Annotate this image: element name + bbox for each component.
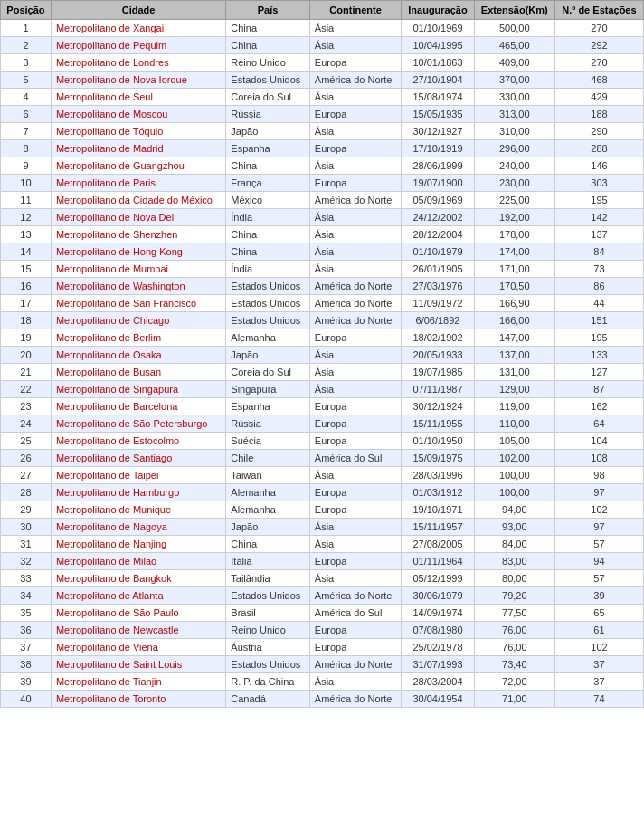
cidade-link[interactable]: Metropolitano de Guangzhou: [56, 160, 185, 171]
cidade-link[interactable]: Metropolitano de São Paulo: [56, 607, 179, 618]
cidade-link[interactable]: Metropolitano de Munique: [56, 504, 171, 515]
col-continente: Continente: [309, 1, 402, 20]
cell-cidade[interactable]: Metropolitano de Atlanta: [51, 587, 225, 605]
cidade-link[interactable]: Metropolitano de Londres: [56, 57, 169, 68]
cell-cidade[interactable]: Metropolitano de Taipei: [51, 467, 225, 484]
cell-cidade[interactable]: Metropolitano de Nova Deli: [51, 209, 225, 226]
cell-cidade[interactable]: Metropolitano de Madrid: [51, 140, 225, 157]
cell-cidade[interactable]: Metropolitano de Hamburgo: [51, 484, 225, 501]
cell-cidade[interactable]: Metropolitano de Tianjin: [51, 673, 225, 691]
cell-pais: França: [226, 175, 310, 192]
cell-continente: Ásia: [309, 519, 402, 536]
cell-cidade[interactable]: Metropolitano de Viena: [51, 639, 225, 656]
cell-cidade[interactable]: Metropolitano de Munique: [51, 501, 225, 519]
cidade-link[interactable]: Metropolitano de Xangai: [56, 23, 164, 33]
cell-cidade[interactable]: Metropolitano da Cidade do México: [51, 192, 225, 209]
cell-cidade[interactable]: Metropolitano de São Paulo: [51, 605, 225, 622]
cidade-link[interactable]: Metropolitano de Pequim: [56, 40, 166, 51]
table-row: 39Metropolitano de TianjinR. P. da China…: [1, 673, 644, 691]
cell-extensao: 166,00: [474, 312, 554, 329]
cell-cidade[interactable]: Metropolitano de Saint Louis: [51, 656, 225, 673]
cell-cidade[interactable]: Metropolitano de Berlim: [51, 329, 225, 347]
cidade-link[interactable]: Metropolitano de Osaka: [56, 349, 162, 360]
cidade-link[interactable]: Metropolitano de Toronto: [56, 693, 166, 704]
cell-cidade[interactable]: Metropolitano de Seul: [51, 89, 225, 106]
cell-estacoes: 137: [554, 226, 643, 243]
cidade-link[interactable]: Metropolitano de Nanjing: [56, 539, 166, 549]
cidade-link[interactable]: Metropolitano de Nagoya: [56, 521, 167, 532]
cell-pais: Reino Unido: [226, 54, 310, 72]
cidade-link[interactable]: Metropolitano de São Petersburgo: [56, 418, 208, 429]
cell-cidade[interactable]: Metropolitano de Nanjing: [51, 536, 225, 553]
cell-continente: Europa: [309, 433, 402, 450]
cell-cidade[interactable]: Metropolitano de Nova Iorque: [51, 72, 225, 89]
cidade-link[interactable]: Metropolitano de Estocolmo: [56, 435, 179, 446]
cidade-link[interactable]: Metropolitano de Tóquio: [56, 126, 163, 137]
cidade-link[interactable]: Metropolitano de Madrid: [56, 143, 164, 154]
cidade-link[interactable]: Metropolitano de Barcelona: [56, 401, 178, 412]
cidade-link[interactable]: Metropolitano de Santiago: [56, 453, 172, 463]
cidade-link[interactable]: Metropolitano de Moscou: [56, 109, 168, 119]
cidade-link[interactable]: Metropolitano de Nova Iorque: [56, 74, 187, 85]
cell-estacoes: 37: [554, 656, 643, 673]
cell-cidade[interactable]: Metropolitano de Estocolmo: [51, 433, 225, 450]
cell-cidade[interactable]: Metropolitano de Santiago: [51, 450, 225, 467]
cidade-link[interactable]: Metropolitano de Nova Deli: [56, 212, 176, 223]
cidade-link[interactable]: Metropolitano de Tianjin: [56, 676, 162, 687]
cell-cidade[interactable]: Metropolitano de Washington: [51, 278, 225, 295]
cidade-link[interactable]: Metropolitano de Atlanta: [56, 590, 164, 601]
cidade-link[interactable]: Metropolitano de Berlim: [56, 332, 161, 343]
cidade-link[interactable]: Metropolitano de Viena: [56, 642, 158, 653]
cell-cidade[interactable]: Metropolitano de Moscou: [51, 106, 225, 123]
cidade-link[interactable]: Metropolitano de Newcastle: [56, 625, 179, 635]
cell-cidade[interactable]: Metropolitano de Hong Kong: [51, 243, 225, 261]
cidade-link[interactable]: Metropolitano de Bangkok: [56, 573, 172, 584]
cell-inauguracao: 20/05/1933: [402, 347, 474, 364]
cidade-link[interactable]: Metropolitano de Paris: [56, 177, 156, 188]
cell-inauguracao: 15/05/1935: [402, 106, 474, 123]
cell-estacoes: 74: [554, 691, 643, 708]
cidade-link[interactable]: Metropolitano de Shenzhen: [56, 229, 178, 240]
cidade-link[interactable]: Metropolitano da Cidade do México: [56, 195, 213, 205]
cidade-link[interactable]: Metropolitano de Hong Kong: [56, 246, 183, 257]
table-row: 34Metropolitano de AtlantaEstados Unidos…: [1, 587, 644, 605]
cell-cidade[interactable]: Metropolitano de Toronto: [51, 691, 225, 708]
cidade-link[interactable]: Metropolitano de San Francisco: [56, 298, 196, 309]
cidade-link[interactable]: Metropolitano de Mumbai: [56, 263, 168, 274]
cell-cidade[interactable]: Metropolitano de Busan: [51, 364, 225, 381]
cidade-link[interactable]: Metropolitano de Seul: [56, 91, 153, 102]
cell-cidade[interactable]: Metropolitano de Bangkok: [51, 570, 225, 587]
cell-cidade[interactable]: Metropolitano de Xangai: [51, 20, 225, 37]
cidade-link[interactable]: Metropolitano de Washington: [56, 281, 185, 291]
cidade-link[interactable]: Metropolitano de Saint Louis: [56, 659, 182, 670]
cell-cidade[interactable]: Metropolitano de Londres: [51, 54, 225, 72]
cidade-link[interactable]: Metropolitano de Milão: [56, 556, 156, 567]
cidade-link[interactable]: Metropolitano de Chicago: [56, 315, 169, 326]
cidade-link[interactable]: Metropolitano de Singapura: [56, 384, 178, 395]
cell-cidade[interactable]: Metropolitano de Barcelona: [51, 398, 225, 415]
cell-inauguracao: 01/11/1964: [402, 553, 474, 570]
cell-cidade[interactable]: Metropolitano de Shenzhen: [51, 226, 225, 243]
table-row: 21Metropolitano de BusanCoreia do SulÁsi…: [1, 364, 644, 381]
cidade-link[interactable]: Metropolitano de Busan: [56, 367, 161, 377]
cell-posicao: 31: [1, 536, 52, 553]
table-row: 10Metropolitano de ParisFrançaEuropa19/0…: [1, 175, 644, 192]
cell-posicao: 26: [1, 450, 52, 467]
cell-cidade[interactable]: Metropolitano de Guangzhou: [51, 157, 225, 175]
cell-cidade[interactable]: Metropolitano de Tóquio: [51, 123, 225, 140]
cell-cidade[interactable]: Metropolitano de Chicago: [51, 312, 225, 329]
cell-cidade[interactable]: Metropolitano de Osaka: [51, 347, 225, 364]
cell-cidade[interactable]: Metropolitano de Mumbai: [51, 261, 225, 278]
cell-cidade[interactable]: Metropolitano de São Petersburgo: [51, 415, 225, 433]
cell-cidade[interactable]: Metropolitano de San Francisco: [51, 295, 225, 312]
cell-cidade[interactable]: Metropolitano de Singapura: [51, 381, 225, 398]
cell-cidade[interactable]: Metropolitano de Nagoya: [51, 519, 225, 536]
cell-pais: China: [226, 20, 310, 37]
cidade-link[interactable]: Metropolitano de Taipei: [56, 470, 159, 481]
cell-cidade[interactable]: Metropolitano de Newcastle: [51, 622, 225, 639]
cell-cidade[interactable]: Metropolitano de Paris: [51, 175, 225, 192]
cell-extensao: 100,00: [474, 467, 554, 484]
cidade-link[interactable]: Metropolitano de Hamburgo: [56, 487, 179, 498]
cell-cidade[interactable]: Metropolitano de Pequim: [51, 37, 225, 54]
cell-cidade[interactable]: Metropolitano de Milão: [51, 553, 225, 570]
